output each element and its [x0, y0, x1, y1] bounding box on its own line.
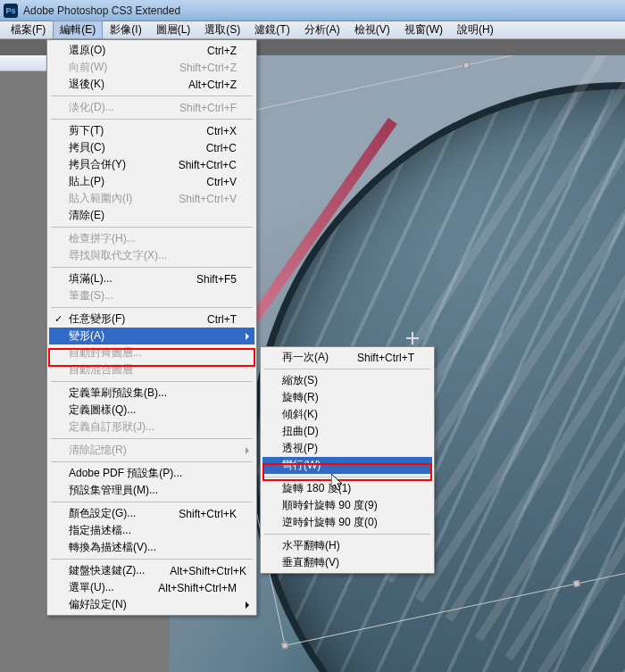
transform-submenu-separator: [264, 534, 430, 535]
edit-menu-item-label: 清除(E): [69, 208, 104, 223]
menu-file[interactable]: 檔案(F): [4, 21, 53, 39]
transform-submenu-item-label: 縮放(S): [282, 373, 318, 388]
transform-submenu-item-label: 彎行(W): [282, 458, 321, 473]
transform-submenu-item-10[interactable]: 順時針旋轉 90 度(9): [262, 497, 432, 514]
edit-menu-item-35[interactable]: 轉換為描述檔(V)...: [49, 539, 254, 556]
edit-menu-item-14: 尋找與取代文字(X)...: [49, 247, 254, 264]
transform-submenu-item-label: 順時針旋轉 90 度(9): [282, 498, 378, 513]
edit-menu-item-20[interactable]: 變形(A): [49, 328, 254, 344]
edit-menu-item-11[interactable]: 清除(E): [49, 207, 254, 224]
edit-menu-item-39[interactable]: 偏好設定(N): [49, 596, 254, 613]
edit-menu-item-21: 自動對齊圖層...: [49, 344, 254, 361]
edit-menu-item-label: 預設集管理員(M)...: [69, 483, 158, 498]
transform-submenu: 再一次(A)Shift+Ctrl+T縮放(S)旋轉(R)傾斜(K)扭曲(D)透視…: [260, 346, 435, 574]
transform-submenu-item-label: 垂直翻轉(V): [282, 555, 339, 570]
edit-menu-item-shortcut: Alt+Shift+Ctrl+K: [145, 565, 246, 577]
edit-menu-item-label: 轉換為描述檔(V)...: [69, 540, 156, 555]
edit-menu-item-label: 任意變形(F): [69, 311, 125, 327]
edit-menu-item-label: 填滿(L)...: [69, 271, 112, 286]
transform-submenu-item-4[interactable]: 傾斜(K): [262, 406, 432, 423]
app-icon: Ps: [4, 4, 18, 18]
edit-menu-item-6[interactable]: 剪下(T)Ctrl+X: [49, 122, 254, 139]
check-icon: ✓: [54, 313, 62, 325]
transform-submenu-item-label: 水平翻轉(H): [282, 538, 340, 553]
edit-menu-separator: [51, 381, 253, 382]
edit-menu-item-label: 偏好設定(N): [69, 597, 127, 612]
edit-menu-item-22: 自動混合圖層: [49, 361, 254, 378]
transform-submenu-item-14[interactable]: 垂直翻轉(V): [262, 554, 432, 571]
transform-submenu-item-7[interactable]: 彎行(W): [262, 457, 432, 474]
menu-image[interactable]: 影像(I): [103, 21, 148, 39]
titlebar: Ps Adobe Photoshop CS3 Extended: [0, 0, 625, 21]
edit-menu-item-25[interactable]: 定義圖樣(Q)...: [49, 402, 254, 419]
edit-menu-item-7[interactable]: 拷貝(C)Ctrl+C: [49, 139, 254, 156]
edit-menu-item-label: 淡化(D)...: [69, 100, 114, 115]
menu-select[interactable]: 選取(S): [197, 21, 247, 39]
edit-menu-item-label: 筆畫(S)...: [69, 288, 113, 303]
menu-help[interactable]: 說明(H): [450, 21, 501, 39]
edit-menu-separator: [51, 502, 253, 502]
submenu-arrow-icon: [246, 333, 249, 340]
edit-menu-item-shortcut: Ctrl+X: [181, 125, 237, 137]
transform-submenu-item-label: 逆時針旋轉 90 度(0): [282, 515, 378, 530]
transform-submenu-item-13[interactable]: 水平翻轉(H): [262, 537, 432, 554]
edit-menu-item-shortcut: Ctrl+V: [181, 176, 237, 188]
edit-menu-item-2[interactable]: 退後(K)Alt+Ctrl+Z: [49, 76, 254, 93]
edit-menu-item-shortcut: Alt+Shift+Ctrl+M: [133, 582, 237, 594]
edit-menu-separator: [51, 559, 253, 560]
edit-menu-item-33[interactable]: 顏色設定(G)...Shift+Ctrl+K: [49, 505, 254, 522]
edit-menu-item-13: 檢查拼字(H)...: [49, 230, 254, 247]
edit-menu-item-label: 選單(U)...: [69, 580, 114, 595]
edit-menu-item-0[interactable]: 還原(O)Ctrl+Z: [49, 42, 254, 59]
edit-menu-item-19[interactable]: ✓任意變形(F)Ctrl+T: [49, 311, 254, 328]
window-title: Adobe Photoshop CS3 Extended: [23, 4, 180, 17]
edit-menu-item-shortcut: Shift+F5: [171, 273, 237, 286]
edit-menu-item-31[interactable]: 預設集管理員(M)...: [49, 482, 254, 499]
edit-menu-item-4: 淡化(D)...Shift+Ctrl+F: [49, 99, 254, 116]
transform-submenu-item-3[interactable]: 旋轉(R): [262, 389, 432, 406]
transform-submenu-item-6[interactable]: 透視(P): [262, 440, 432, 457]
edit-menu-item-34[interactable]: 指定描述檔...: [49, 522, 254, 539]
edit-menu-separator: [51, 307, 253, 308]
edit-menu-item-label: 清除記憶(R): [69, 443, 127, 458]
edit-menu-item-label: 向前(W): [69, 60, 107, 75]
transform-submenu-separator: [264, 477, 430, 477]
menu-filter[interactable]: 濾鏡(T): [247, 21, 296, 39]
edit-menu-item-10: 貼入範圍內(I)Shift+Ctrl+V: [49, 190, 254, 207]
transform-submenu-item-shortcut: Shift+Ctrl+T: [332, 352, 414, 364]
edit-menu-item-16[interactable]: 填滿(L)...Shift+F5: [49, 270, 254, 287]
transform-submenu-item-9[interactable]: 旋轉 180 度(1): [262, 480, 432, 497]
edit-menu-item-37[interactable]: 鍵盤快速鍵(Z)...Alt+Shift+Ctrl+K: [49, 562, 254, 579]
edit-menu-item-label: 剪下(T): [69, 123, 104, 138]
transform-submenu-item-2[interactable]: 縮放(S): [262, 372, 432, 389]
transform-submenu-item-5[interactable]: 扭曲(D): [262, 423, 432, 440]
edit-menu-item-30[interactable]: Adobe PDF 預設集(P)...: [49, 465, 254, 482]
menu-analysis[interactable]: 分析(A): [297, 21, 347, 39]
edit-menu-item-24[interactable]: 定義筆刷預設集(B)...: [49, 385, 254, 402]
edit-menu-item-label: 定義自訂形狀(J)...: [69, 419, 154, 435]
transform-submenu-item-label: 扭曲(D): [282, 424, 319, 439]
edit-menu-item-label: 定義筆刷預設集(B)...: [69, 386, 167, 401]
transform-submenu-item-11[interactable]: 逆時針旋轉 90 度(0): [262, 514, 432, 531]
edit-menu-item-9[interactable]: 貼上(P)Ctrl+V: [49, 173, 254, 190]
edit-menu-item-label: 拷貝合併(Y): [69, 157, 126, 172]
edit-menu-item-shortcut: Shift+Ctrl+C: [154, 159, 237, 171]
edit-menu-item-shortcut: Ctrl+Z: [182, 45, 237, 57]
edit-menu-item-8[interactable]: 拷貝合併(Y)Shift+Ctrl+C: [49, 156, 254, 173]
menu-edit[interactable]: 編輯(E): [53, 21, 103, 39]
edit-menu-item-28: 清除記憶(R): [49, 442, 254, 459]
edit-menu-item-label: 變形(A): [69, 328, 104, 344]
transform-submenu-item-0[interactable]: 再一次(A)Shift+Ctrl+T: [262, 349, 432, 366]
menu-window[interactable]: 視窗(W): [397, 21, 450, 39]
menu-layer[interactable]: 圖層(L): [149, 21, 198, 39]
edit-menu-item-label: Adobe PDF 預設集(P)...: [69, 466, 182, 481]
edit-menu-item-1: 向前(W)Shift+Ctrl+Z: [49, 59, 254, 76]
edit-menu-item-label: 指定描述檔...: [69, 523, 131, 538]
edit-menu-item-38[interactable]: 選單(U)...Alt+Shift+Ctrl+M: [49, 579, 254, 596]
transform-submenu-item-label: 傾斜(K): [282, 407, 318, 422]
menu-view[interactable]: 檢視(V): [347, 21, 397, 39]
edit-menu-item-label: 貼入範圍內(I): [69, 191, 132, 206]
edit-menu-item-label: 自動混合圖層: [69, 362, 133, 377]
edit-menu-item-label: 拷貝(C): [69, 140, 105, 155]
edit-menu-item-26: 定義自訂形狀(J)...: [49, 419, 254, 436]
